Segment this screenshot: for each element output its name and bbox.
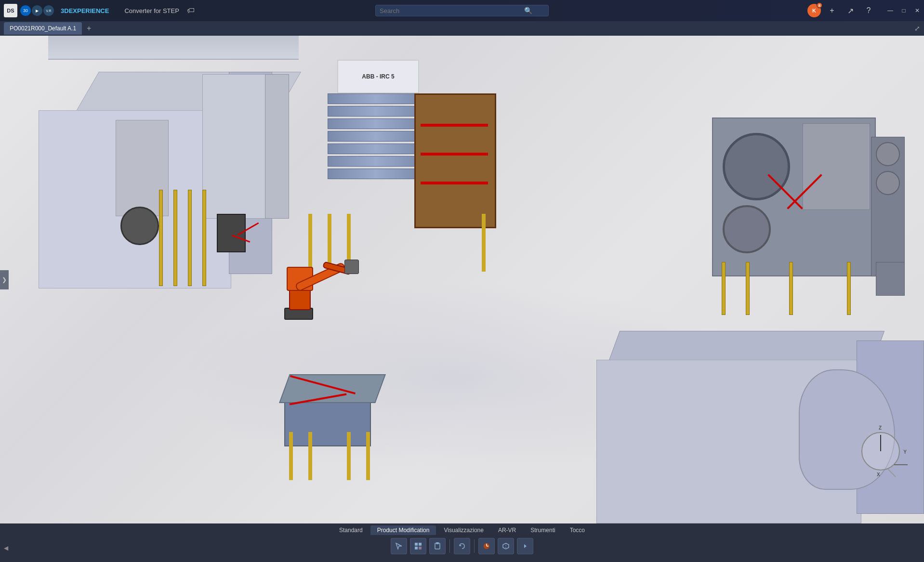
platform-top [279,374,386,403]
cnc-side-panel [871,137,905,276]
tab-product-modification[interactable]: Product Modification [370,525,436,535]
toolbar-tabs: Standard Product Modification Visualizza… [0,523,924,535]
paste-icon [433,542,442,550]
viewport: ABB - IRC 5 [0,36,924,523]
conveyor-belt [414,93,496,228]
cnc-main-body [712,118,876,276]
platform-leg-1 [289,432,293,480]
cnc-pole-1 [722,262,726,315]
toolbar-btn-components[interactable] [410,538,426,554]
maximize-button[interactable]: □ [897,4,911,17]
toolbar-btn-paste[interactable] [429,538,446,554]
cylindrical-element [120,207,159,245]
ds-logo: DS [4,4,17,17]
bookmark-button[interactable]: 🏷 [183,3,198,18]
expand-button[interactable]: ⤢ [914,25,920,32]
wall-top [48,36,299,60]
notification-badge: 8 [817,2,822,8]
window-controls: — □ ✕ [884,4,924,17]
measure-icon [482,542,491,550]
toolbar: Standard Product Modification Visualizza… [0,523,924,562]
select-icon [395,542,403,550]
compass-arm-y [894,464,908,465]
robot-end-effector [344,260,359,274]
app-subtitle: Converter for STEP [124,7,179,14]
user-avatar[interactable]: K 8 [807,4,821,17]
toolbar-expand-button[interactable]: ◀ [4,545,8,551]
cnc-pole-4 [847,262,851,315]
svg-rect-3 [419,547,422,549]
tab-label: PO0021R000_Default A.1 [10,25,76,32]
svg-marker-11 [524,544,527,548]
logo-area: DS 30 ▶ V.R 3DEXPERIENCE [0,4,122,17]
play-button[interactable]: ▶ [32,5,42,16]
cnc-wheel-2 [723,205,771,253]
compass-arm-z [880,435,881,451]
toolbar-separator-2 [474,539,475,553]
cnc-wheel-1 [723,133,790,200]
svg-rect-1 [419,543,422,546]
cnc-machine-area [712,118,905,325]
nav-arrow-left[interactable]: ❯ [0,270,9,289]
platform-leg-2 [308,432,312,480]
tab-visualizzazione[interactable]: Visualizzazione [437,525,490,535]
platform-leg-3 [347,432,351,480]
share-button[interactable]: ↗ [843,3,858,18]
compass-arm-x [888,469,896,477]
help-button[interactable]: ? [861,3,876,18]
search-icon[interactable]: 🔍 [524,7,532,14]
undo-icon [458,542,466,550]
svg-rect-2 [415,547,418,549]
tab-strumenti[interactable]: Strumenti [524,525,562,535]
platform-body [284,398,371,446]
toolbar-btn-section[interactable] [498,538,514,554]
tab-ar-vr[interactable]: AR-VR [491,525,523,535]
3d-scene[interactable]: ABB - IRC 5 [0,36,924,523]
titlebar: DS 30 ▶ V.R 3DEXPERIENCE Converter for S… [0,0,924,21]
toolbar-separator-1 [449,539,450,553]
tabbar: PO0021R000_Default A.1 + ⤢ [0,21,924,36]
toolbar-btn-select[interactable] [391,538,407,554]
compass-z-label: Z [879,425,882,431]
toolbar-btn-more[interactable] [517,538,533,554]
tab-tocco[interactable]: Tocco [563,525,592,535]
add-tab-button[interactable]: + [84,24,94,33]
robot-arm [255,223,352,320]
compass-circle: Z Y X [861,432,900,471]
toolbar-button-row: ◀ [385,535,539,557]
compass-y-label: Y [903,449,907,455]
scaffold-left [159,190,217,315]
platform-leg-4 [366,432,370,480]
back-button[interactable]: 30 [20,5,31,16]
minimize-button[interactable]: — [884,4,897,17]
cnc-dial-2 [876,171,900,195]
svg-rect-0 [415,543,418,546]
cnc-panel [803,123,870,210]
add-button[interactable]: + [825,3,839,18]
search-bar: 🔍 [375,5,549,16]
tab-standard[interactable]: Standard [332,525,370,535]
section-icon [502,542,510,550]
svg-rect-5 [436,542,439,544]
vr-button[interactable]: V.R [43,5,54,16]
compass-widget: Z Y X [861,432,910,480]
cnc-dial [876,142,900,166]
more-icon [521,542,529,550]
app-title: 3DEXPERIENCE [61,7,109,14]
close-button[interactable]: ✕ [911,4,924,17]
title-actions: K 8 + ↗ ? [807,3,880,18]
bottom-right-block [596,331,924,523]
abb-label: ABB - IRC 5 [337,60,419,93]
cnc-pole-2 [746,262,750,315]
toolbar-btn-undo[interactable] [454,538,470,554]
cnc-accessory [876,262,905,296]
cnc-pole-3 [789,262,793,315]
platform-assembly [284,374,400,480]
compass-x-label: X [877,472,880,477]
nav-buttons: 30 ▶ V.R [20,5,54,16]
app-title-main: 3DEXPERIENCE [61,7,109,14]
active-tab[interactable]: PO0021R000_Default A.1 [4,22,82,35]
toolbar-btn-measure[interactable] [478,538,495,554]
search-input[interactable] [380,7,524,14]
components-icon [414,542,422,550]
